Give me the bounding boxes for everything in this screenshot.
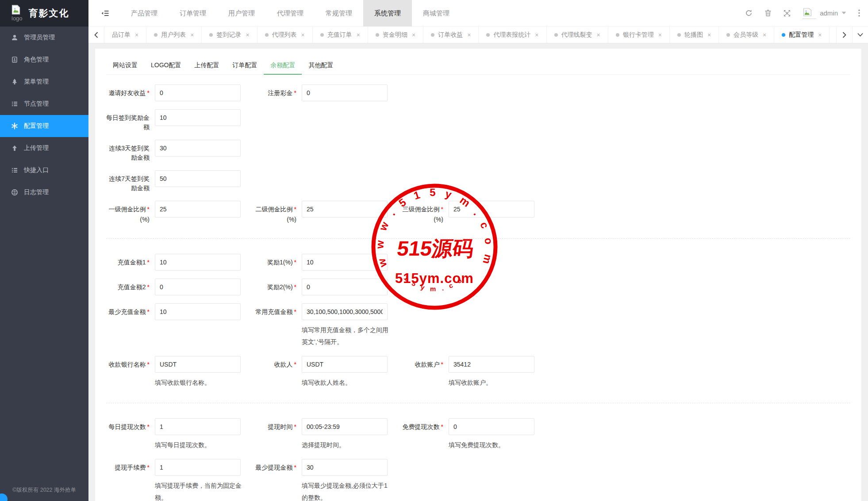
topnav-item-1[interactable]: 产品管理 [120,0,169,27]
workspace-tab-5[interactable]: 充值订单× [313,27,368,43]
workspace-tab-13[interactable]: 配置管理× [774,27,830,43]
sidebar-item-1[interactable]: 管理员管理 [0,27,88,49]
field-input[interactable] [449,201,534,218]
sidebar-item-8[interactable]: 日志管理 [0,181,88,203]
field-box: 填写收款银行名称。 [155,356,241,389]
workspace-tab-11[interactable]: 轮播图× [670,27,719,43]
field-label-text: 奖励1(%) [267,259,293,266]
panel-tab-6[interactable]: 其他配置 [302,56,340,74]
workspace-tab-12[interactable]: 会员等级× [719,27,774,43]
required-asterisk: * [441,206,443,213]
field-box: 填写每日提现次数。 [155,418,241,451]
user-menu[interactable]: admin [803,8,846,19]
tab-label: 银行卡管理 [623,31,654,39]
field-input[interactable] [155,201,241,218]
field-input[interactable] [155,140,241,157]
panel-tabs: 网站设置LOGO配置上传配置订单配置余额配置其他配置 [106,56,850,75]
field-input[interactable] [155,254,241,271]
field-input[interactable] [155,84,241,101]
copyright-text: ©版权所有 2022 海外抢单 [0,486,88,494]
workspace-tab-1[interactable]: 品订单× [104,27,146,43]
field-input[interactable] [302,303,388,320]
topnav-item-3[interactable]: 用户管理 [217,0,266,27]
tab-close-icon[interactable]: × [412,31,415,38]
field-input[interactable] [155,279,241,295]
tab-close-icon[interactable]: × [301,31,305,38]
fullscreen-icon[interactable] [784,10,791,17]
topnav-items: 产品管理订单管理用户管理代理管理常规管理系统管理商城管理 [120,0,461,27]
panel-tab-3[interactable]: 上传配置 [188,56,226,74]
tab-close-icon[interactable]: × [535,31,538,38]
tab-close-icon[interactable]: × [707,31,711,38]
sidebar-item-3[interactable]: 菜单管理 [0,71,88,93]
tab-label: 代理表报统计 [493,31,530,39]
field-input[interactable] [155,356,241,373]
tabs-scroll-left-icon[interactable] [88,27,104,43]
workspace-tab-8[interactable]: 代理表报统计× [479,27,546,43]
field-input[interactable] [449,356,534,373]
more-vertical-icon[interactable] [858,9,860,17]
field-label-text: 每日提现次数 [109,423,146,430]
topnav-item-6[interactable]: 系统管理 [363,0,412,27]
field-label: 收款账户* [400,356,449,389]
field-input[interactable] [302,459,388,476]
panel-tab-4[interactable]: 订单配置 [226,56,264,74]
field-input[interactable] [302,356,388,373]
tab-dot [376,33,379,37]
topnav-item-5[interactable]: 常规管理 [315,0,363,27]
sidebar-item-7[interactable]: 快捷入口 [0,159,88,181]
required-asterisk: * [294,423,296,430]
required-asterisk: * [294,206,296,213]
workspace-tab-7[interactable]: 订单收益× [423,27,479,43]
workspace-tab-9[interactable]: 代理线裂变× [547,27,608,43]
field-input[interactable] [155,170,241,187]
tab-close-icon[interactable]: × [597,31,600,38]
field-box: 填写常用充值金额，多个之间用英文','号隔开。 [302,303,388,348]
field-help: 填写最少提现金额,必须位大于1的整数。 [302,480,392,501]
tab-close-icon[interactable]: × [763,31,766,38]
field-input[interactable] [155,303,241,320]
panel-tab-5[interactable]: 余额配置 [264,56,302,74]
field-input[interactable] [449,418,534,435]
workspace-tab-6[interactable]: 资金明细× [368,27,423,43]
tabs-scroll-right-icon[interactable] [836,27,852,43]
trash-icon[interactable] [764,9,772,17]
field-input[interactable] [155,459,241,476]
refresh-icon[interactable] [745,9,753,17]
topnav-item-4[interactable]: 代理管理 [266,0,315,27]
required-asterisk: * [294,259,296,266]
workspace-tab-4[interactable]: 代理列表× [257,27,313,43]
collapse-menu-icon[interactable] [101,10,109,17]
field-label-text: 收款账户 [415,361,440,368]
tab-close-icon[interactable]: × [135,31,138,38]
tab-close-icon[interactable]: × [357,31,360,38]
tab-close-icon[interactable]: × [818,31,822,38]
tab-close-icon[interactable]: × [246,31,249,38]
field-input[interactable] [302,279,388,295]
field-input[interactable] [302,418,388,435]
sidebar-item-5[interactable]: 配置管理 [0,115,88,137]
field-input[interactable] [155,418,241,435]
tabs-menu-icon[interactable] [852,27,868,43]
sidebar-item-2[interactable]: 角色管理 [0,49,88,71]
tab-close-icon[interactable]: × [658,31,662,38]
topnav-item-2[interactable]: 订单管理 [169,0,217,27]
field-help: 填写常用充值金额，多个之间用英文','号隔开。 [302,324,392,348]
field-input[interactable] [155,109,241,126]
form-row: 最少充值金额*常用充值金额*填写常用充值金额，多个之间用英文','号隔开。 [106,303,850,356]
workspace-tab-3[interactable]: 签到记录× [202,27,257,43]
field-input[interactable] [302,84,388,101]
header: logo 育影文化 产品管理订单管理用户管理代理管理常规管理系统管理商城管理 a… [0,0,868,27]
sidebar-item-6[interactable]: 上传管理 [0,137,88,159]
workspace-tab-10[interactable]: 银行卡管理× [608,27,670,43]
field-input[interactable] [302,201,388,218]
field-label-text: 二级佣金比例 [256,206,293,213]
sidebar-item-4[interactable]: 节点管理 [0,93,88,115]
workspace-tab-2[interactable]: 用户列表× [146,27,202,43]
tab-close-icon[interactable]: × [190,31,194,38]
topnav-item-7[interactable]: 商城管理 [412,0,461,27]
tab-close-icon[interactable]: × [467,31,471,38]
panel-tab-2[interactable]: LOGO配置 [144,56,188,74]
panel-tab-1[interactable]: 网站设置 [106,56,144,74]
field-input[interactable] [302,254,388,271]
